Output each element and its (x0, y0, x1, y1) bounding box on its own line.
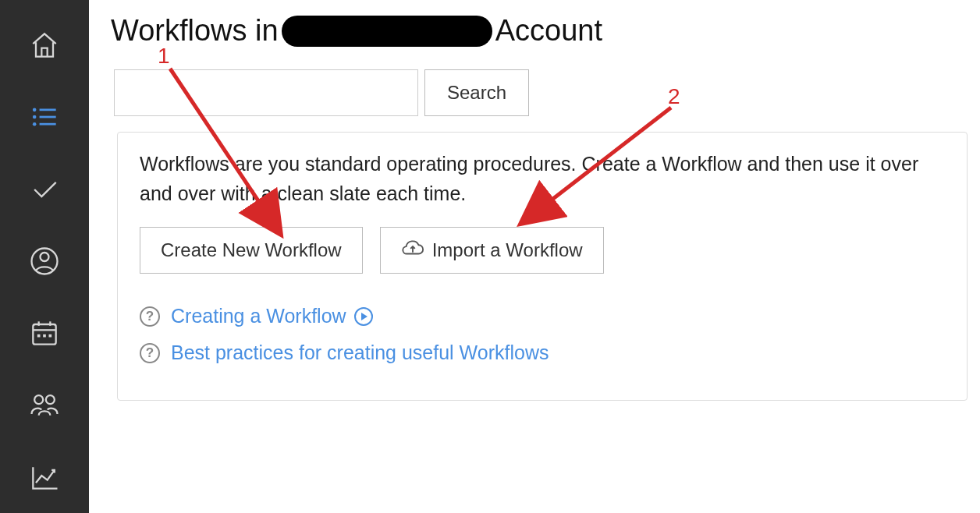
button-row: Create New Workflow Import a Workflow (140, 227, 948, 274)
help-link-creating-workflow[interactable]: Creating a Workflow (171, 305, 373, 327)
main-content: Workflows in Account Search Workflows ar… (89, 0, 980, 513)
sidebar-item-calendar[interactable] (0, 297, 89, 369)
help-link-row-1: ? Creating a Workflow (140, 305, 948, 327)
chart-icon (27, 460, 62, 494)
redacted-account-name (282, 16, 492, 47)
search-row: Search (114, 69, 980, 116)
svg-rect-14 (49, 334, 52, 338)
svg-point-4 (33, 122, 37, 126)
help-link-label: Best practices for creating useful Workf… (171, 341, 549, 364)
svg-point-15 (34, 395, 43, 404)
search-button[interactable]: Search (424, 69, 529, 116)
import-workflow-button[interactable]: Import a Workflow (380, 227, 604, 274)
cloud-upload-icon (401, 239, 424, 262)
sidebar-item-check[interactable] (0, 154, 89, 225)
title-suffix: Account (495, 14, 602, 48)
page-title: Workflows in Account (111, 14, 980, 48)
calendar-icon (27, 316, 62, 350)
svg-rect-13 (43, 334, 46, 338)
help-link-label: Creating a Workflow (171, 305, 346, 327)
svg-point-16 (46, 395, 55, 404)
question-icon: ? (140, 343, 160, 363)
help-link-best-practices[interactable]: Best practices for creating useful Workf… (171, 341, 549, 364)
title-prefix: Workflows in (111, 14, 279, 48)
svg-rect-12 (37, 334, 41, 338)
sidebar (0, 0, 89, 513)
search-input[interactable] (114, 69, 418, 116)
play-icon (354, 307, 373, 326)
workflows-panel: Workflows are you standard operating pro… (117, 132, 968, 401)
create-new-workflow-button[interactable]: Create New Workflow (140, 227, 363, 274)
svg-point-0 (33, 108, 37, 112)
home-icon (27, 28, 62, 62)
sidebar-item-people[interactable] (0, 369, 89, 440)
people-icon (27, 388, 62, 423)
sidebar-item-home[interactable] (0, 9, 89, 81)
check-icon (27, 172, 62, 207)
sidebar-item-user[interactable] (0, 225, 89, 297)
list-icon (27, 100, 62, 134)
question-icon: ? (140, 306, 160, 327)
svg-point-7 (41, 253, 49, 261)
panel-description: Workflows are you standard operating pro… (140, 150, 948, 208)
create-button-label: Create New Workflow (161, 239, 342, 261)
svg-point-2 (33, 115, 37, 119)
user-icon (27, 244, 62, 278)
sidebar-item-chart[interactable] (0, 441, 89, 513)
sidebar-item-list[interactable] (0, 81, 89, 153)
import-button-label: Import a Workflow (432, 239, 583, 261)
svg-rect-8 (33, 324, 55, 345)
help-link-row-2: ? Best practices for creating useful Wor… (140, 341, 948, 364)
